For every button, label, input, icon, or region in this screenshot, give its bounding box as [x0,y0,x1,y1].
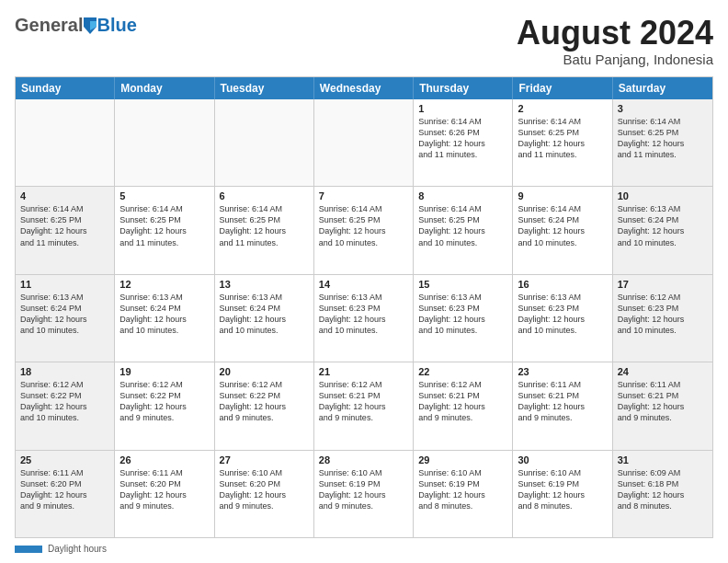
day-cell-26: 26Sunrise: 6:11 AM Sunset: 6:20 PM Dayli… [115,451,214,537]
day-number: 1 [418,103,507,114]
location: Batu Panjang, Indonesia [517,52,713,67]
logo: General Blue [15,15,137,36]
day-info: Sunrise: 6:14 AM Sunset: 6:25 PM Dayligh… [518,116,607,161]
day-number: 18 [20,366,109,377]
day-number: 4 [20,190,109,201]
day-number: 31 [618,454,708,465]
day-cell-8: 8Sunrise: 6:14 AM Sunset: 6:25 PM Daylig… [414,187,513,273]
weekday-header-wednesday: Wednesday [314,77,414,99]
day-number: 12 [119,279,209,290]
empty-cell-0-2 [215,99,314,186]
day-info: Sunrise: 6:13 AM Sunset: 6:23 PM Dayligh… [319,292,408,337]
day-info: Sunrise: 6:12 AM Sunset: 6:23 PM Dayligh… [618,292,708,337]
day-info: Sunrise: 6:13 AM Sunset: 6:24 PM Dayligh… [20,292,109,337]
day-cell-30: 30Sunrise: 6:10 AM Sunset: 6:19 PM Dayli… [513,451,612,537]
day-cell-16: 16Sunrise: 6:13 AM Sunset: 6:23 PM Dayli… [513,275,612,362]
day-cell-6: 6Sunrise: 6:14 AM Sunset: 6:25 PM Daylig… [215,187,314,273]
day-cell-11: 11Sunrise: 6:13 AM Sunset: 6:24 PM Dayli… [16,275,115,362]
weekday-header-monday: Monday [115,77,214,99]
day-info: Sunrise: 6:14 AM Sunset: 6:25 PM Dayligh… [119,203,209,248]
empty-cell-0-1 [115,99,214,186]
day-cell-5: 5Sunrise: 6:14 AM Sunset: 6:25 PM Daylig… [115,187,214,273]
day-cell-9: 9Sunrise: 6:14 AM Sunset: 6:24 PM Daylig… [513,187,612,273]
footer-bar-icon [15,546,42,553]
day-info: Sunrise: 6:14 AM Sunset: 6:25 PM Dayligh… [220,203,309,248]
footer-label: Daylight hours [48,544,107,554]
day-cell-3: 3Sunrise: 6:14 AM Sunset: 6:25 PM Daylig… [613,99,712,186]
day-number: 7 [319,190,408,201]
header: General Blue August 2024 Batu Panjang, I… [15,15,713,67]
day-cell-19: 19Sunrise: 6:12 AM Sunset: 6:22 PM Dayli… [115,362,214,449]
day-cell-13: 13Sunrise: 6:13 AM Sunset: 6:24 PM Dayli… [215,275,314,362]
day-info: Sunrise: 6:12 AM Sunset: 6:21 PM Dayligh… [418,379,507,424]
day-cell-27: 27Sunrise: 6:10 AM Sunset: 6:20 PM Dayli… [215,451,314,537]
day-number: 30 [518,454,607,465]
weekday-header-sunday: Sunday [16,77,115,99]
day-number: 19 [119,366,209,377]
day-number: 26 [119,454,209,465]
day-number: 25 [20,454,109,465]
logo-text: General Blue [15,15,137,36]
day-info: Sunrise: 6:14 AM Sunset: 6:24 PM Dayligh… [518,203,607,248]
day-cell-18: 18Sunrise: 6:12 AM Sunset: 6:22 PM Dayli… [16,362,115,449]
weekday-header-thursday: Thursday [414,77,513,99]
day-number: 17 [618,279,708,290]
day-info: Sunrise: 6:09 AM Sunset: 6:18 PM Dayligh… [618,467,708,512]
day-number: 6 [220,190,309,201]
day-info: Sunrise: 6:11 AM Sunset: 6:20 PM Dayligh… [119,467,209,512]
day-number: 15 [418,279,507,290]
calendar-header: SundayMondayTuesdayWednesdayThursdayFrid… [16,77,712,99]
day-cell-20: 20Sunrise: 6:12 AM Sunset: 6:22 PM Dayli… [215,362,314,449]
day-number: 21 [319,366,408,377]
day-info: Sunrise: 6:11 AM Sunset: 6:20 PM Dayligh… [20,467,109,512]
calendar-body: 1Sunrise: 6:14 AM Sunset: 6:26 PM Daylig… [16,99,712,537]
day-info: Sunrise: 6:14 AM Sunset: 6:25 PM Dayligh… [618,116,708,161]
day-number: 28 [319,454,408,465]
footer-note: Daylight hours [15,544,713,554]
logo-icon [84,17,97,34]
weekday-header-tuesday: Tuesday [215,77,314,99]
day-number: 2 [518,103,607,114]
day-number: 13 [220,279,309,290]
day-cell-4: 4Sunrise: 6:14 AM Sunset: 6:25 PM Daylig… [16,187,115,273]
day-cell-17: 17Sunrise: 6:12 AM Sunset: 6:23 PM Dayli… [613,275,712,362]
empty-cell-0-3 [314,99,414,186]
day-info: Sunrise: 6:13 AM Sunset: 6:23 PM Dayligh… [518,292,607,337]
day-cell-25: 25Sunrise: 6:11 AM Sunset: 6:20 PM Dayli… [16,451,115,537]
day-info: Sunrise: 6:14 AM Sunset: 6:25 PM Dayligh… [20,203,109,248]
logo-blue: Blue [97,15,136,36]
day-cell-1: 1Sunrise: 6:14 AM Sunset: 6:26 PM Daylig… [414,99,513,186]
day-number: 29 [418,454,507,465]
day-cell-14: 14Sunrise: 6:13 AM Sunset: 6:23 PM Dayli… [314,275,414,362]
day-cell-22: 22Sunrise: 6:12 AM Sunset: 6:21 PM Dayli… [414,362,513,449]
cal-row-3: 18Sunrise: 6:12 AM Sunset: 6:22 PM Dayli… [16,362,712,449]
day-info: Sunrise: 6:11 AM Sunset: 6:21 PM Dayligh… [618,379,708,424]
day-info: Sunrise: 6:14 AM Sunset: 6:25 PM Dayligh… [319,203,408,248]
day-number: 22 [418,366,507,377]
day-info: Sunrise: 6:10 AM Sunset: 6:19 PM Dayligh… [418,467,507,512]
day-number: 14 [319,279,408,290]
day-cell-2: 2Sunrise: 6:14 AM Sunset: 6:25 PM Daylig… [513,99,612,186]
day-info: Sunrise: 6:10 AM Sunset: 6:20 PM Dayligh… [220,467,309,512]
page: General Blue August 2024 Batu Panjang, I… [0,0,728,563]
day-info: Sunrise: 6:13 AM Sunset: 6:24 PM Dayligh… [618,203,708,248]
cal-row-4: 25Sunrise: 6:11 AM Sunset: 6:20 PM Dayli… [16,450,712,537]
day-info: Sunrise: 6:12 AM Sunset: 6:21 PM Dayligh… [319,379,408,424]
day-number: 5 [119,190,209,201]
day-cell-24: 24Sunrise: 6:11 AM Sunset: 6:21 PM Dayli… [613,362,712,449]
day-info: Sunrise: 6:11 AM Sunset: 6:21 PM Dayligh… [518,379,607,424]
cal-row-0: 1Sunrise: 6:14 AM Sunset: 6:26 PM Daylig… [16,99,712,186]
weekday-header-friday: Friday [513,77,612,99]
title-block: August 2024 Batu Panjang, Indonesia [517,15,713,67]
day-cell-10: 10Sunrise: 6:13 AM Sunset: 6:24 PM Dayli… [613,187,712,273]
day-cell-21: 21Sunrise: 6:12 AM Sunset: 6:21 PM Dayli… [314,362,414,449]
day-cell-12: 12Sunrise: 6:13 AM Sunset: 6:24 PM Dayli… [115,275,214,362]
day-number: 20 [220,366,309,377]
day-info: Sunrise: 6:12 AM Sunset: 6:22 PM Dayligh… [119,379,209,424]
day-info: Sunrise: 6:12 AM Sunset: 6:22 PM Dayligh… [220,379,309,424]
day-number: 16 [518,279,607,290]
day-number: 9 [518,190,607,201]
day-number: 3 [618,103,708,114]
day-cell-28: 28Sunrise: 6:10 AM Sunset: 6:19 PM Dayli… [314,451,414,537]
day-cell-23: 23Sunrise: 6:11 AM Sunset: 6:21 PM Dayli… [513,362,612,449]
